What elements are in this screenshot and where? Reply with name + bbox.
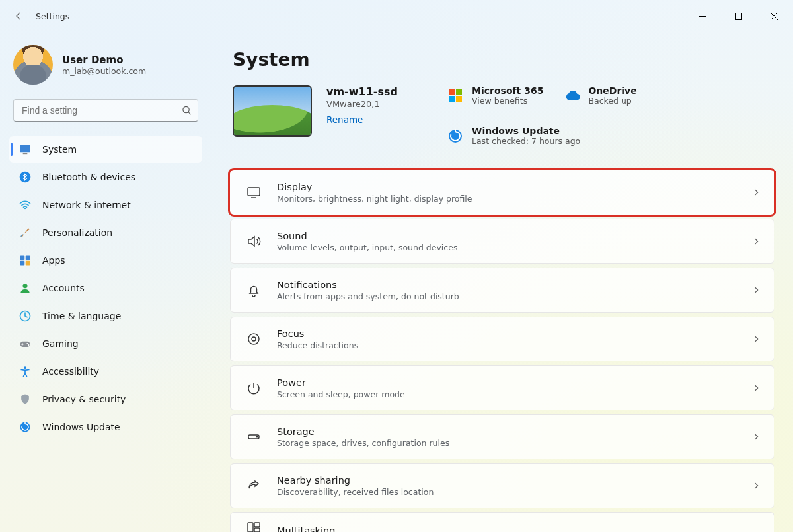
svg-point-14 [28,344,29,346]
nav-bluetooth[interactable]: Bluetooth & devices [9,164,202,190]
settings-cards: Display Monitors, brightness, night ligh… [230,170,774,532]
windows-update-icon [447,128,464,145]
svg-point-1 [183,106,189,112]
tile-sub: Last checked: 7 hours ago [472,136,580,146]
person-icon [19,282,32,295]
card-sub: Screen and sleep, power mode [277,389,405,399]
tile-sub: Backed up [588,96,636,106]
svg-rect-20 [456,96,462,102]
svg-point-10 [23,284,28,288]
svg-rect-9 [26,261,30,266]
nav-privacy[interactable]: Privacy & security [9,386,202,412]
chevron-right-icon [751,383,761,393]
close-icon [771,13,778,20]
card-sub: Alerts from apps and system, do not dist… [277,291,459,301]
chevron-right-icon [751,334,761,344]
desktop-thumbnail[interactable] [233,85,312,137]
card-sub: Volume levels, output, input, sound devi… [277,243,457,252]
onedrive-icon [563,87,580,104]
card-title: Display [277,182,472,192]
search-input[interactable] [13,99,198,122]
page-title: System [233,49,774,71]
card-title: Multitasking [277,525,335,532]
nav-windows-update[interactable]: Windows Update [9,414,202,440]
avatar [13,45,53,85]
card-title: Sound [277,231,457,241]
svg-rect-6 [20,256,25,260]
nav-apps[interactable]: Apps [9,247,202,274]
m365-icon [447,87,464,104]
display-icon [245,184,262,201]
card-nearby-sharing[interactable]: Nearby sharing Discoverability, received… [230,463,774,508]
card-notifications[interactable]: Notifications Alerts from apps and syste… [230,268,774,313]
nav-label: Privacy & security [42,394,126,404]
card-title: Power [277,377,405,388]
apps-icon [19,254,32,267]
nav-network[interactable]: Network & internet [9,192,202,218]
tile-m365[interactable]: Microsoft 365 View benefits [447,85,543,106]
minimize-button[interactable] [687,5,718,26]
search-field[interactable] [13,99,198,122]
system-info-row: vm-w11-ssd VMware20,1 Rename Microsoft 3… [230,85,774,146]
power-icon [245,379,262,397]
card-multitasking[interactable]: Multitasking [230,512,774,532]
nav-label: Time & language [42,311,121,321]
card-title: Storage [277,426,449,437]
card-title: Focus [277,328,358,339]
card-storage[interactable]: Storage Storage space, drives, configura… [230,414,774,459]
card-sound[interactable]: Sound Volume levels, output, input, soun… [230,219,774,264]
rename-link[interactable]: Rename [326,114,363,125]
tile-onedrive[interactable]: OneDrive Backed up [563,85,636,106]
card-power[interactable]: Power Screen and sleep, power mode [230,365,774,410]
sidebar-nav: System Bluetooth & devices Network & int… [7,133,205,443]
minimize-icon [699,13,706,20]
svg-rect-18 [456,89,462,95]
svg-point-15 [24,366,26,369]
nav-personalization[interactable]: Personalization [9,219,202,246]
device-model: VMware20,1 [326,99,432,109]
clock-globe-icon [19,309,32,323]
tile-windows-update[interactable]: Windows Update Last checked: 7 hours ago [447,126,580,146]
nav-label: Windows Update [42,422,120,432]
nav-label: Accessibility [42,366,99,377]
shield-icon [19,393,32,406]
svg-rect-0 [735,13,741,19]
card-sub: Reduce distractions [277,340,358,350]
nav-accounts[interactable]: Accounts [9,275,202,301]
sidebar: User Demo m_lab@outlook.com System Blu [0,32,211,532]
user-email: m_lab@outlook.com [62,66,146,76]
bluetooth-icon [19,171,32,184]
svg-point-24 [252,337,256,341]
nav-label: Apps [42,255,65,266]
svg-rect-7 [26,256,30,260]
maximize-button[interactable] [723,5,753,26]
update-icon [19,420,32,434]
nav-label: Network & internet [42,200,131,210]
storage-icon [245,428,262,445]
bell-icon [245,282,262,299]
search-icon [182,106,192,116]
nav-system[interactable]: System [9,136,202,163]
nav-label: Accounts [42,283,85,293]
tile-title: Microsoft 365 [472,85,543,96]
sound-icon [245,233,262,250]
svg-rect-29 [254,528,260,532]
card-display[interactable]: Display Monitors, brightness, night ligh… [230,170,774,215]
tile-title: Windows Update [472,126,580,136]
chevron-right-icon [751,432,761,441]
tile-title: OneDrive [588,85,636,96]
svg-rect-8 [20,261,25,266]
nav-time-language[interactable]: Time & language [9,303,202,329]
card-focus[interactable]: Focus Reduce distractions [230,317,774,361]
nav-accessibility[interactable]: Accessibility [9,358,202,385]
profile-block[interactable]: User Demo m_lab@outlook.com [7,40,205,95]
nav-label: Gaming [42,338,79,349]
tile-sub: View benefits [472,96,543,106]
app-title: Settings [36,11,69,21]
svg-rect-3 [23,153,28,154]
svg-rect-22 [248,188,260,196]
card-title: Nearby sharing [277,475,434,486]
close-button[interactable] [759,5,789,26]
back-button[interactable] [7,4,30,28]
nav-gaming[interactable]: Gaming [9,330,202,357]
